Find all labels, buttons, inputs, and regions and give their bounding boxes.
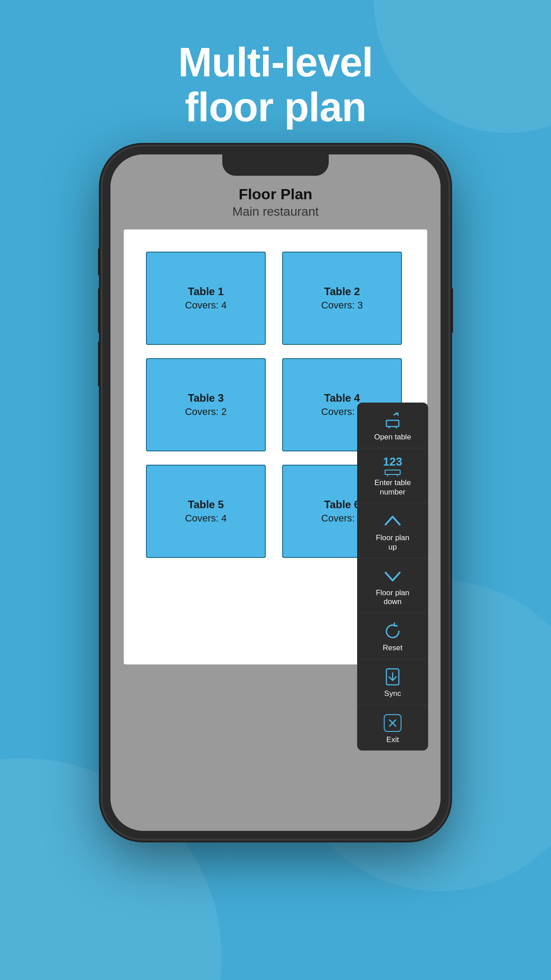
floor-plan-up-label: Floor planup xyxy=(376,533,409,552)
volume-up-button xyxy=(98,288,102,333)
context-menu: Open table 123 xyxy=(357,403,428,751)
table-3-covers: Covers: 2 xyxy=(185,406,227,418)
page-title: Multi-level floor plan xyxy=(0,40,551,130)
floor-plan-area: Table 1 Covers: 4 Table 2 Covers: 3 Tabl… xyxy=(124,229,427,664)
open-table-label: Open table xyxy=(374,433,411,442)
number-123-text: 123 xyxy=(383,456,402,467)
table-4-covers: Covers: 4 xyxy=(321,406,363,418)
menu-enter-table-number[interactable]: 123 Enter table number xyxy=(357,448,428,503)
sync-icon xyxy=(383,667,402,687)
table-2-covers: Covers: 3 xyxy=(321,300,363,311)
phone-notch xyxy=(222,154,329,176)
open-table-svg xyxy=(384,411,401,429)
table-6-name: Table 6 xyxy=(324,498,360,511)
phone-screen: Floor Plan Main restaurant Table 1 Cover… xyxy=(110,154,441,831)
chevron-down-icon xyxy=(383,566,402,586)
table-1-covers: Covers: 4 xyxy=(185,300,227,311)
table-5-name: Table 5 xyxy=(188,498,224,511)
chevron-down-svg xyxy=(383,568,402,584)
phone-mockup: Floor Plan Main restaurant Table 1 Cover… xyxy=(102,146,449,892)
screen-subtitle: Main restaurant xyxy=(232,205,319,219)
table-2-name: Table 2 xyxy=(324,285,360,298)
table-1-name: Table 1 xyxy=(188,285,224,298)
screen-content: Floor Plan Main restaurant Table 1 Cover… xyxy=(110,154,441,831)
floor-plan-down-label: Floor plandown xyxy=(376,589,409,607)
reset-label: Reset xyxy=(383,644,402,652)
reset-svg xyxy=(383,621,402,641)
sync-svg xyxy=(383,667,402,687)
menu-reset[interactable]: Reset xyxy=(357,613,428,659)
sync-label: Sync xyxy=(384,689,401,698)
power-button xyxy=(449,288,453,333)
svg-rect-0 xyxy=(386,420,399,427)
svg-rect-4 xyxy=(385,470,400,474)
table-5-covers: Covers: 4 xyxy=(185,513,227,524)
menu-open-table[interactable]: Open table xyxy=(357,403,428,448)
open-table-icon xyxy=(383,411,402,430)
table-5[interactable]: Table 5 Covers: 4 xyxy=(146,465,266,558)
table-6-covers: Covers: 2 xyxy=(321,513,363,524)
table-small-svg xyxy=(384,468,401,476)
table-4-name: Table 4 xyxy=(324,392,360,404)
menu-sync[interactable]: Sync xyxy=(357,659,428,705)
table-3[interactable]: Table 3 Covers: 2 xyxy=(146,358,266,451)
chevron-up-svg xyxy=(383,513,402,529)
exit-label: Exit xyxy=(386,735,399,744)
menu-exit[interactable]: Exit xyxy=(357,705,428,751)
volume-down-button xyxy=(98,342,102,386)
phone-frame: Floor Plan Main restaurant Table 1 Cover… xyxy=(102,146,449,839)
menu-floor-plan-up[interactable]: Floor planup xyxy=(357,503,428,558)
exit-x-svg xyxy=(388,718,398,728)
chevron-up-icon xyxy=(383,511,402,531)
table-2[interactable]: Table 2 Covers: 3 xyxy=(282,252,402,345)
table-1[interactable]: Table 1 Covers: 4 xyxy=(146,252,266,345)
exit-icon xyxy=(383,713,402,733)
enter-number-icon: 123 xyxy=(383,456,402,476)
exit-box xyxy=(384,714,401,732)
menu-floor-plan-down[interactable]: Floor plandown xyxy=(357,558,428,613)
table-3-name: Table 3 xyxy=(188,392,224,404)
screen-title: Floor Plan xyxy=(232,186,319,203)
reset-icon xyxy=(383,621,402,641)
silent-switch xyxy=(98,249,102,275)
enter-table-number-label: Enter table number xyxy=(362,478,424,497)
